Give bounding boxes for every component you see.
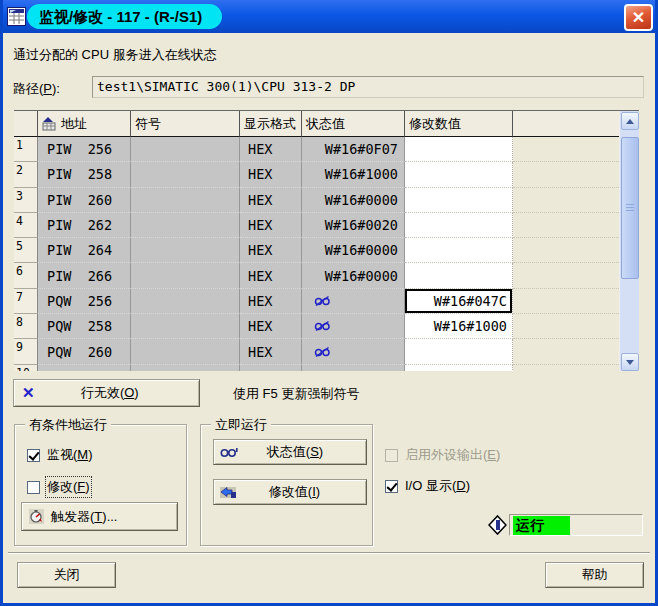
titlebar[interactable]: 监视/修改 - 117 - (R-/S1) ✕ xyxy=(0,0,658,33)
row-number[interactable]: 8 xyxy=(14,314,38,339)
scroll-down-icon[interactable] xyxy=(621,353,639,371)
modify-cell[interactable] xyxy=(405,238,513,263)
header-status[interactable]: 状态值 xyxy=(302,111,405,137)
status-cell[interactable] xyxy=(302,339,405,364)
symbol-cell[interactable] xyxy=(131,213,240,238)
row-number[interactable]: 5 xyxy=(14,238,38,263)
modify-checkbox-row[interactable]: 修改(F) xyxy=(27,478,90,496)
row-number[interactable]: 3 xyxy=(14,188,38,213)
row-number[interactable]: 10 xyxy=(14,365,38,371)
symbol-cell[interactable] xyxy=(131,365,240,371)
modify-cell[interactable]: W#16#047C xyxy=(405,289,513,314)
status-cell[interactable]: W#16#1000 xyxy=(302,162,405,187)
table-row[interactable]: 8PQW 258HEX W#16#1000 xyxy=(14,314,619,339)
status-cell[interactable]: W#16#0F07 xyxy=(302,137,405,162)
monitor-checkbox-row[interactable]: 监视(M) xyxy=(27,446,93,464)
row-number[interactable]: 2 xyxy=(14,162,38,187)
address-cell[interactable]: PIW 260 xyxy=(38,188,131,213)
format-cell[interactable]: HEX xyxy=(240,213,302,238)
symbol-cell[interactable] xyxy=(131,188,240,213)
header-modify[interactable]: 修改数值 xyxy=(405,111,513,137)
modify-cell[interactable] xyxy=(405,365,513,371)
symbol-cell[interactable] xyxy=(131,339,240,364)
status-cell[interactable]: W#16#0020 xyxy=(302,213,405,238)
format-cell[interactable]: HEX xyxy=(240,188,302,213)
table-row[interactable]: 6PIW 266HEXW#16#0000 xyxy=(14,263,619,288)
format-cell[interactable]: HEX xyxy=(240,339,302,364)
status-cell[interactable]: W#16#0000 xyxy=(302,238,405,263)
close-icon[interactable]: ✕ xyxy=(624,4,653,31)
io-display-row[interactable]: I/O 显示(D) xyxy=(385,477,470,495)
scrollbar-thumb[interactable] xyxy=(621,137,639,279)
format-cell[interactable]: HEX xyxy=(240,137,302,162)
address-cell[interactable]: PIW 264 xyxy=(38,238,131,263)
table-row[interactable]: 10PQW 262HEX xyxy=(14,365,619,371)
symbol-cell[interactable] xyxy=(131,238,240,263)
address-cell[interactable]: PIW 262 xyxy=(38,213,131,238)
path-label: 路径(P): xyxy=(13,80,60,98)
status-cell[interactable] xyxy=(302,365,405,371)
modify-label: 修改(F) xyxy=(47,478,90,496)
help-button[interactable]: 帮助 xyxy=(545,562,644,588)
modify-checkbox[interactable] xyxy=(27,481,40,494)
path-field[interactable]: test1\SIMATIC 300(1)\CPU 313-2 DP xyxy=(92,76,644,98)
trigger-label: 触发器(T)... xyxy=(51,508,117,526)
vertical-scrollbar[interactable] xyxy=(619,111,639,371)
address-cell[interactable]: PIW 258 xyxy=(38,162,131,187)
modify-cell[interactable] xyxy=(405,162,513,187)
modify-cell[interactable] xyxy=(405,263,513,288)
format-cell[interactable]: HEX xyxy=(240,289,302,314)
header-symbol[interactable]: 符号 xyxy=(131,111,240,137)
modify-value-button[interactable]: 修改值(I) xyxy=(213,479,367,505)
io-display-checkbox[interactable] xyxy=(385,480,398,493)
monitor-label: 监视(M) xyxy=(47,446,93,464)
modify-cell[interactable] xyxy=(405,137,513,162)
run-status-field: 运行 xyxy=(509,514,643,536)
modify-cell[interactable]: W#16#1000 xyxy=(405,314,513,339)
trigger-button[interactable]: 触发器(T)... xyxy=(21,502,178,531)
row-number[interactable]: 7 xyxy=(14,289,38,314)
address-cell[interactable]: PIW 256 xyxy=(38,137,131,162)
scroll-up-icon[interactable] xyxy=(621,112,639,130)
row-number[interactable]: 6 xyxy=(14,263,38,288)
row-number[interactable]: 4 xyxy=(14,213,38,238)
symbol-cell[interactable] xyxy=(131,137,240,162)
format-cell[interactable]: HEX xyxy=(240,238,302,263)
table-row[interactable]: 5PIW 264HEXW#16#0000 xyxy=(14,238,619,263)
format-cell[interactable]: HEX xyxy=(240,314,302,339)
table-row[interactable]: 4PIW 262HEXW#16#0020 xyxy=(14,213,619,238)
address-cell[interactable]: PQW 262 xyxy=(38,365,131,371)
modify-cell[interactable] xyxy=(405,339,513,364)
symbol-cell[interactable] xyxy=(131,289,240,314)
address-cell[interactable]: PIW 266 xyxy=(38,263,131,288)
status-value-button[interactable]: 状态值(S) xyxy=(213,439,367,465)
table-row[interactable]: 3PIW 260HEXW#16#0000 xyxy=(14,188,619,213)
table-row[interactable]: 2PIW 258HEXW#16#1000 xyxy=(14,162,619,187)
monitor-checkbox[interactable] xyxy=(27,449,40,462)
status-cell[interactable]: W#16#0000 xyxy=(302,263,405,288)
table-row[interactable]: 7PQW 256HEX W#16#047C xyxy=(14,289,619,314)
status-cell[interactable] xyxy=(302,289,405,314)
close-button[interactable]: 关闭 xyxy=(17,562,116,588)
modify-cell[interactable] xyxy=(405,188,513,213)
address-cell[interactable]: PQW 260 xyxy=(38,339,131,364)
header-address[interactable]: 地址 xyxy=(38,111,131,137)
address-cell[interactable]: PQW 258 xyxy=(38,314,131,339)
modify-cell[interactable] xyxy=(405,213,513,238)
table-row[interactable]: 1PIW 256HEXW#16#0F07 xyxy=(14,137,619,162)
address-cell[interactable]: PQW 256 xyxy=(38,289,131,314)
format-cell[interactable]: HEX xyxy=(240,162,302,187)
table-row[interactable]: 9PQW 260HEX xyxy=(14,339,619,364)
header-format[interactable]: 显示格式 xyxy=(240,111,302,137)
row-number[interactable]: 1 xyxy=(14,137,38,162)
symbol-cell[interactable] xyxy=(131,162,240,187)
status-cell[interactable]: W#16#0000 xyxy=(302,188,405,213)
row-number[interactable]: 9 xyxy=(14,339,38,364)
invalid-row-button[interactable]: ✕ 行无效(O) xyxy=(13,379,200,407)
modify-value-label: 修改值(I) xyxy=(237,483,352,501)
format-cell[interactable]: HEX xyxy=(240,263,302,288)
format-cell[interactable]: HEX xyxy=(240,365,302,371)
status-cell[interactable] xyxy=(302,314,405,339)
symbol-cell[interactable] xyxy=(131,263,240,288)
symbol-cell[interactable] xyxy=(131,314,240,339)
